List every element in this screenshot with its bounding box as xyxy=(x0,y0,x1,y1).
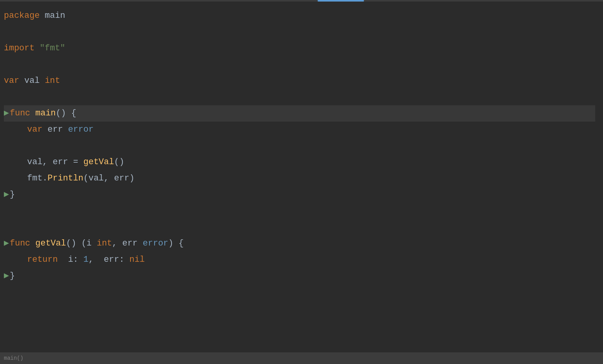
token-default xyxy=(34,40,40,57)
token-keyword: import xyxy=(4,40,34,57)
token-default: ) { xyxy=(168,235,184,252)
token-int-keyword: int xyxy=(97,235,112,252)
code-line-func-getval: ▶func getVal() (i int, err error) { xyxy=(4,235,595,252)
token-brace: } xyxy=(10,268,15,284)
code-line xyxy=(4,24,595,40)
token-function: getVal xyxy=(83,154,114,170)
token-default: (val, err) xyxy=(83,170,134,187)
code-line xyxy=(4,203,595,219)
token-default: val xyxy=(19,73,45,89)
token-keyword: var xyxy=(4,73,19,89)
token-default: , xyxy=(88,252,104,268)
token-default: err xyxy=(43,122,68,138)
bracket-indicator: ▶ xyxy=(4,105,9,122)
token-function: main xyxy=(35,105,56,122)
token-default xyxy=(78,252,83,268)
token-default: () xyxy=(114,154,124,170)
token-default xyxy=(30,235,35,252)
bracket-indicator: ▶ xyxy=(4,268,9,284)
token-brace: { xyxy=(71,105,76,122)
token-default xyxy=(124,252,129,268)
scrollbar-thumb[interactable] xyxy=(318,0,364,2)
token-number: 1 xyxy=(83,252,88,268)
code-line xyxy=(4,57,595,73)
code-line: package main xyxy=(4,8,595,24)
token-keyword: var xyxy=(27,122,43,138)
token-type: error xyxy=(68,122,94,138)
token-return: return xyxy=(27,252,58,268)
token-int: int xyxy=(45,73,60,89)
token-nil: nil xyxy=(129,252,145,268)
code-line: import "fmt" xyxy=(4,40,595,57)
bottom-label: main() xyxy=(4,355,23,361)
code-line-close-main: ▶} xyxy=(4,187,595,203)
token-default xyxy=(58,252,68,268)
code-line xyxy=(4,219,595,235)
token-brace: } xyxy=(10,187,15,203)
token-default: () (i xyxy=(66,235,96,252)
token-label-i: i: xyxy=(68,252,78,268)
code-line-close-getval: ▶} xyxy=(4,268,595,284)
token-keyword: func xyxy=(10,235,30,252)
code-line-return: return i: 1, err: nil xyxy=(4,252,595,268)
code-line: val, err = getVal() xyxy=(4,154,595,170)
code-line: var err error xyxy=(4,122,595,138)
token-default: fmt. xyxy=(27,170,48,187)
token-function: getVal xyxy=(35,235,66,252)
token-default: () xyxy=(56,105,71,122)
code-editor: package main import "fmt" var val int ▶f… xyxy=(0,0,603,364)
token-default: val, err = xyxy=(27,154,83,170)
token-default: , err xyxy=(112,235,143,252)
token-string: "fmt" xyxy=(40,40,65,57)
token-label-err: err: xyxy=(104,252,124,268)
code-line-func-main: ▶func main() { xyxy=(4,105,595,122)
code-content: package main import "fmt" var val int ▶f… xyxy=(0,0,603,352)
bracket-indicator: ▶ xyxy=(4,235,9,252)
token-default: main xyxy=(40,8,65,24)
token-function: Println xyxy=(48,170,83,187)
code-line: var val int xyxy=(4,73,595,89)
token-keyword: package xyxy=(4,8,40,24)
code-line: fmt.Println(val, err) xyxy=(4,170,595,187)
bottom-bar: main() xyxy=(0,352,603,364)
token-default xyxy=(30,105,35,122)
bracket-indicator: ▶ xyxy=(4,187,9,203)
code-line xyxy=(4,138,595,154)
token-keyword: func xyxy=(10,105,30,122)
token-type: error xyxy=(143,235,168,252)
code-line xyxy=(4,89,595,105)
scrollbar-track[interactable] xyxy=(0,0,603,2)
